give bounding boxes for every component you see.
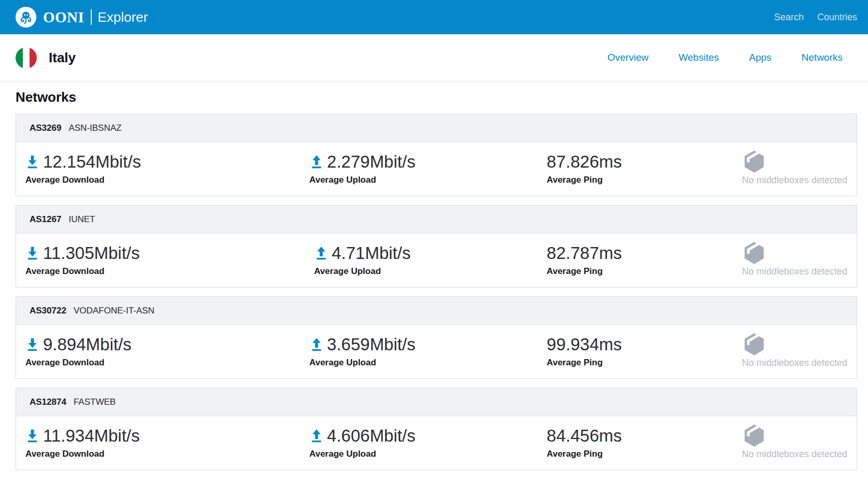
download-cell: 11.305Mbit/s Average Download xyxy=(25,241,256,277)
ping-value: 84.456ms xyxy=(547,427,622,444)
asn-number: AS12874 xyxy=(30,397,66,407)
asn-number: AS30722 xyxy=(30,306,66,316)
country-name: Italy xyxy=(49,50,76,66)
network-card-body: 12.154Mbit/s Average Download 2.279Mbit/… xyxy=(16,142,857,196)
ping-value: 99.934ms xyxy=(547,336,622,353)
top-header: OONI Explorer Search Countries xyxy=(0,0,868,34)
middlebox-cell: No middleboxes detected xyxy=(699,149,847,186)
nav-countries-link[interactable]: Countries xyxy=(817,12,857,23)
download-value: 11.305Mbit/s xyxy=(43,244,140,262)
middlebox-icon xyxy=(742,149,766,174)
brand-product: Explorer xyxy=(97,9,148,25)
upload-icon xyxy=(310,155,324,169)
download-cell: 12.154Mbit/s Average Download xyxy=(25,149,256,186)
upload-label: Average Upload xyxy=(314,266,381,277)
upload-value: 4.606Mbit/s xyxy=(327,427,416,444)
ping-cell: 87.826ms Average Ping xyxy=(469,149,699,186)
download-value: 11.934Mbit/s xyxy=(43,427,140,444)
upload-icon xyxy=(310,337,324,351)
upload-cell: 2.279Mbit/s Average Upload xyxy=(256,149,469,186)
network-card-header: AS3269 ASN-IBSNAZ xyxy=(16,114,857,142)
download-icon xyxy=(25,155,39,169)
middlebox-label: No middleboxes detected xyxy=(742,266,847,277)
network-card-header: AS12874 FASTWEB xyxy=(16,388,857,416)
download-cell: 11.934Mbit/s Average Download xyxy=(25,423,256,460)
upload-icon xyxy=(310,429,324,443)
network-card-header: AS1267 IUNET xyxy=(16,206,857,234)
network-card: AS30722 VODAFONE-IT-ASN 9.894Mbit/s Aver… xyxy=(16,296,857,379)
country-tabs: Overview Websites Apps Networks xyxy=(608,52,843,63)
asn-name: VODAFONE-IT-ASN xyxy=(74,306,155,316)
ping-cell: 82.787ms Average Ping xyxy=(469,241,699,277)
middlebox-label: No middleboxes detected xyxy=(742,449,847,460)
download-label: Average Download xyxy=(25,449,104,459)
download-icon xyxy=(25,429,39,443)
nav-search-link[interactable]: Search xyxy=(774,12,804,23)
network-card: AS1267 IUNET 11.305Mbit/s Average Downlo… xyxy=(16,205,857,287)
download-value: 9.894Mbit/s xyxy=(43,336,132,353)
upload-value: 3.659Mbit/s xyxy=(327,336,416,353)
asn-name: FASTWEB xyxy=(74,397,116,407)
middlebox-cell: No middleboxes detected xyxy=(699,241,847,277)
tab-apps[interactable]: Apps xyxy=(749,52,772,63)
ping-cell: 84.456ms Average Ping xyxy=(469,423,699,460)
middlebox-cell: No middleboxes detected xyxy=(699,332,847,368)
download-value: 12.154Mbit/s xyxy=(43,153,141,170)
upload-icon xyxy=(314,246,328,260)
middlebox-icon xyxy=(742,241,766,265)
main-content: Networks AS3269 ASN-IBSNAZ 12.154Mbit/s … xyxy=(0,89,868,470)
network-card: AS3269 ASN-IBSNAZ 12.154Mbit/s Average D… xyxy=(16,114,857,196)
middlebox-cell: No middleboxes detected xyxy=(699,423,847,460)
ooni-logo-icon xyxy=(16,7,36,28)
ping-label: Average Ping xyxy=(547,175,603,185)
upload-label: Average Upload xyxy=(310,175,376,185)
tab-networks[interactable]: Networks xyxy=(802,52,843,63)
asn-name: ASN-IBSNAZ xyxy=(68,123,121,133)
upload-cell: 4.71Mbit/s Average Upload xyxy=(256,241,469,277)
upload-label: Average Upload xyxy=(310,449,376,459)
ping-cell: 99.934ms Average Ping xyxy=(469,332,699,368)
ping-label: Average Ping xyxy=(547,449,603,459)
tab-websites[interactable]: Websites xyxy=(679,52,719,63)
network-card-body: 9.894Mbit/s Average Download 3.659Mbit/s… xyxy=(16,325,857,378)
upload-cell: 3.659Mbit/s Average Upload xyxy=(256,332,469,368)
ping-label: Average Ping xyxy=(547,358,603,368)
network-card: AS12874 FASTWEB 11.934Mbit/s Average Dow… xyxy=(16,388,857,470)
upload-value: 2.279Mbit/s xyxy=(327,153,416,170)
brand-name: OONI xyxy=(43,9,84,26)
brand[interactable]: OONI Explorer xyxy=(16,7,148,28)
upload-label: Average Upload xyxy=(310,358,376,368)
middlebox-icon xyxy=(742,423,766,448)
italy-flag-icon xyxy=(16,47,37,69)
middlebox-label: No middleboxes detected xyxy=(742,358,847,368)
asn-name: IUNET xyxy=(68,214,95,225)
download-label: Average Download xyxy=(25,266,104,277)
section-title: Networks xyxy=(16,89,857,105)
asn-number: AS3269 xyxy=(30,123,61,133)
upload-value: 4.71Mbit/s xyxy=(332,244,411,262)
download-label: Average Download xyxy=(25,358,104,368)
upload-cell: 4.606Mbit/s Average Upload xyxy=(256,423,469,460)
download-icon xyxy=(25,337,39,351)
middlebox-label: No middleboxes detected xyxy=(742,175,847,186)
middlebox-icon xyxy=(742,332,766,357)
network-card-header: AS30722 VODAFONE-IT-ASN xyxy=(16,297,857,325)
brand-divider xyxy=(91,9,92,25)
download-label: Average Download xyxy=(25,175,104,185)
country-header: Italy Overview Websites Apps Networks xyxy=(0,34,868,81)
download-icon xyxy=(25,246,39,260)
top-nav: Search Countries xyxy=(774,12,857,23)
ping-value: 87.826ms xyxy=(547,153,622,170)
network-list: AS3269 ASN-IBSNAZ 12.154Mbit/s Average D… xyxy=(16,114,857,470)
network-card-body: 11.305Mbit/s Average Download 4.71Mbit/s… xyxy=(16,234,857,287)
download-cell: 9.894Mbit/s Average Download xyxy=(25,332,256,368)
network-card-body: 11.934Mbit/s Average Download 4.606Mbit/… xyxy=(16,416,857,470)
asn-number: AS1267 xyxy=(30,214,61,225)
tab-overview[interactable]: Overview xyxy=(608,52,649,63)
ping-value: 82.787ms xyxy=(547,244,622,262)
ping-label: Average Ping xyxy=(547,266,603,277)
